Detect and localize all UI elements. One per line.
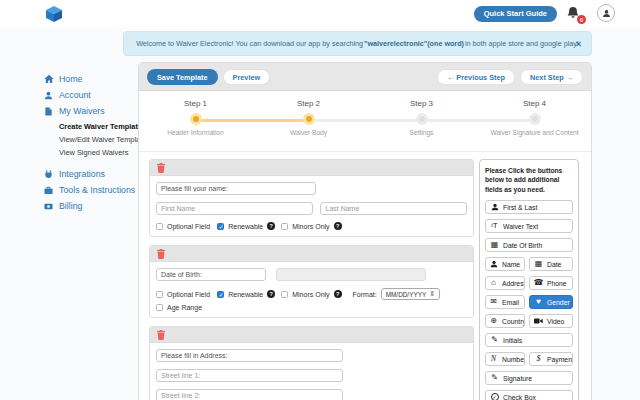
previous-step-button[interactable]: ← Previous Step <box>437 69 515 85</box>
add-field-label: Date <box>547 261 561 268</box>
field-section-header <box>150 246 473 262</box>
waiver-body-editor: Optional Field Renewable ? Minors Only ? <box>149 159 474 400</box>
add-field-signature-button[interactable]: ✎ Signature <box>485 371 573 385</box>
step-4: Step 4 Waiver Signature and Content <box>478 91 591 151</box>
add-field-email-button[interactable]: ✉ Email <box>485 295 525 309</box>
add-field-check-box-button[interactable]: ✓ Check Box <box>485 390 573 400</box>
minors-only-checkbox[interactable] <box>281 291 288 298</box>
add-field-first-last-button[interactable]: First & Last <box>485 200 573 214</box>
sidebar-item-home[interactable]: Home <box>44 74 138 84</box>
add-field-label: Check Box <box>503 394 536 400</box>
user-icon <box>44 90 54 100</box>
sidebar-item-billing[interactable]: Billing <box>44 201 138 211</box>
add-field-payment-button[interactable]: $ Payment <box>529 352 573 366</box>
sidebar-subitem-view-edit-waiver-template[interactable]: View/Edit Waiver Template <box>59 135 138 144</box>
renewable-checkbox[interactable] <box>217 291 224 298</box>
add-field-gender-button[interactable]: ♥ Gender <box>529 295 573 309</box>
add-field-label: Signature <box>503 375 532 382</box>
add-field-address-button[interactable]: ⌂ Address <box>485 276 525 290</box>
last-name-input[interactable] <box>320 202 467 215</box>
delete-field-icon[interactable] <box>157 249 165 259</box>
delete-field-icon[interactable] <box>157 330 165 340</box>
add-field-waiver-text-button[interactable]: tT Waiver Text <box>485 219 573 233</box>
step-sublabel: Settings <box>365 129 478 136</box>
help-icon[interactable]: ? <box>267 290 275 298</box>
app-logo-icon[interactable] <box>44 4 64 24</box>
field-title-input[interactable] <box>156 182 316 195</box>
notifications-bell-icon[interactable]: 0 <box>566 6 582 22</box>
minors-only-checkbox[interactable] <box>281 223 288 230</box>
add-fields-panel: Please Click the buttons below to add ad… <box>479 159 579 400</box>
step-sublabel: Waiver Signature and Content <box>478 129 591 136</box>
next-step-button[interactable]: Next Step → <box>520 69 583 85</box>
add-fields-heading: Please Click the buttons below to add ad… <box>485 166 573 194</box>
editor-toolbar: Save Template Preview ← Previous Step Ne… <box>139 63 591 91</box>
sidebar-item-label: Home <box>59 74 82 84</box>
sidebar-item-tools-instructions[interactable]: Tools & Instructions <box>44 185 138 195</box>
add-field-label: Address <box>502 280 525 287</box>
step-2: Step 2 Waiver Body <box>252 91 365 151</box>
check-icon: ✓ <box>490 393 499 400</box>
letter-n-icon: N <box>489 355 498 363</box>
add-field-date-button[interactable]: ▦ Date <box>529 257 573 271</box>
checkbox-label: Renewable <box>228 291 263 298</box>
field-section-header <box>150 327 473 343</box>
banner-close-icon[interactable]: ✕ <box>575 39 582 49</box>
add-field-initials-button[interactable]: ✎ Initials <box>485 333 573 347</box>
add-field-date-of-birth-button[interactable]: ▦ Date Of Birth <box>485 238 573 252</box>
add-field-country-button[interactable]: ⊕ Country <box>485 314 525 328</box>
house-icon: ⌂ <box>489 279 498 287</box>
step-indicator: Step 1 Header Information Step 2 Waiver … <box>139 91 591 152</box>
step-dot[interactable] <box>416 113 428 125</box>
checkbox-label: Minors Only <box>292 291 329 298</box>
user-avatar[interactable] <box>597 4 615 22</box>
preview-button[interactable]: Preview <box>223 69 271 85</box>
delete-field-icon[interactable] <box>157 163 165 173</box>
add-field-number-button[interactable]: N Number <box>485 352 525 366</box>
save-template-button[interactable]: Save Template <box>147 69 218 85</box>
my-waivers-submenu: Create Waiver Template View/Edit Waiver … <box>59 122 138 157</box>
step-dot[interactable] <box>190 113 202 125</box>
checkbox-label: Optional Field <box>167 223 210 230</box>
step-3: Step 3 Settings <box>365 91 478 151</box>
add-field-video-button[interactable]: Video <box>529 314 573 328</box>
checkbox-label: Minors Only <box>292 223 329 230</box>
address-title-input[interactable] <box>156 349 343 362</box>
add-field-name-button[interactable]: Name <box>485 257 525 271</box>
help-icon[interactable]: ? <box>334 222 342 230</box>
step-dot[interactable] <box>303 113 315 125</box>
add-field-label: First & Last <box>503 204 537 211</box>
date-format-value: MM/DD/YYYY <box>386 291 426 298</box>
quick-start-guide-button[interactable]: Quick Start Guide <box>474 6 557 22</box>
sidebar-item-account[interactable]: Account <box>44 90 138 100</box>
street-line-1-input[interactable] <box>156 369 343 382</box>
renewable-checkbox[interactable] <box>217 223 224 230</box>
add-field-phone-button[interactable]: ☎ Phone <box>529 276 573 290</box>
sidebar-item-label: Account <box>59 90 91 100</box>
calendar-icon: ▦ <box>534 260 543 268</box>
plug-icon <box>44 169 54 179</box>
checkbox-label: Renewable <box>228 223 263 230</box>
step-1: Step 1 Header Information <box>139 91 252 151</box>
age-range-checkbox[interactable] <box>156 304 163 311</box>
sidebar-subitem-view-signed-waivers[interactable]: View Signed Waivers <box>59 148 138 157</box>
sidebar-item-my-waivers[interactable]: My Waivers <box>44 106 138 116</box>
optional-field-checkbox[interactable] <box>156 291 163 298</box>
sidebar-item-integrations[interactable]: Integrations <box>44 169 138 179</box>
add-field-label: Phone <box>547 280 567 287</box>
sidebar-subitem-create-waiver-template[interactable]: Create Waiver Template <box>59 122 138 131</box>
dollar-icon: $ <box>534 355 543 363</box>
date-format-select[interactable]: MM/DD/YYYY ⇕ <box>381 288 440 300</box>
step-dot[interactable] <box>529 113 541 125</box>
street-line-2-input[interactable] <box>156 389 343 400</box>
help-icon[interactable]: ? <box>267 222 275 230</box>
main-card: Save Template Preview ← Previous Step Ne… <box>138 62 592 400</box>
sidebar-item-label: Integrations <box>59 169 105 179</box>
dob-label-input[interactable] <box>156 268 266 281</box>
phone-icon: ☎ <box>534 279 543 287</box>
briefcase-icon <box>44 185 54 195</box>
help-icon[interactable]: ? <box>334 290 342 298</box>
optional-field-checkbox[interactable] <box>156 223 163 230</box>
welcome-banner: Welcome to Waiver Electronic! You can do… <box>123 31 592 56</box>
first-name-input[interactable] <box>156 202 313 215</box>
